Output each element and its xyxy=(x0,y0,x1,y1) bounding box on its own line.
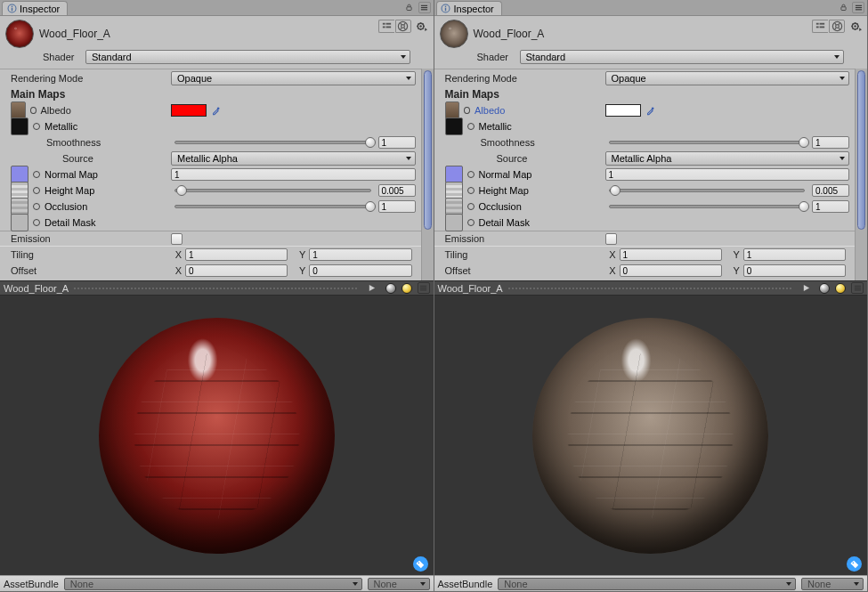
tiling-x-field[interactable]: 1 xyxy=(620,248,722,261)
tiling-x-field[interactable]: 1 xyxy=(185,248,288,261)
gear-icon[interactable] xyxy=(414,20,430,33)
source-dropdown[interactable]: Metallic Alpha xyxy=(171,151,416,166)
offset-x-field[interactable]: 0 xyxy=(620,264,722,277)
height-field[interactable]: 0.005 xyxy=(812,184,849,197)
height-slider[interactable] xyxy=(609,189,806,192)
material-thumbnail xyxy=(5,20,34,48)
help-button[interactable] xyxy=(829,20,845,33)
tiling-y-field[interactable]: 1 xyxy=(309,248,411,261)
normal-texture-slot[interactable] xyxy=(11,166,28,183)
smoothness-slider[interactable] xyxy=(174,141,371,144)
help-button[interactable] xyxy=(395,20,411,33)
rendering-mode-dropdown[interactable]: Opaque xyxy=(605,71,850,85)
emission-checkbox[interactable] xyxy=(171,233,183,245)
smoothness-field[interactable]: 1 xyxy=(378,136,416,149)
slider-knob[interactable] xyxy=(610,185,621,196)
slider-knob[interactable] xyxy=(799,201,809,212)
height-texture-slot[interactable] xyxy=(445,182,463,199)
slider-knob[interactable] xyxy=(365,137,376,148)
emission-ctrls xyxy=(171,233,419,245)
scrollbar-thumb[interactable] xyxy=(857,70,865,230)
detail-mask-texture-picker-icon[interactable] xyxy=(33,219,40,226)
smoothness-field[interactable]: 1 xyxy=(812,136,849,149)
normal-texture-picker-icon[interactable] xyxy=(33,171,40,178)
metallic-texture-slot[interactable] xyxy=(445,118,463,135)
occlusion-texture-picker-icon[interactable] xyxy=(33,203,40,210)
detail-mask-texture-picker-icon[interactable] xyxy=(467,219,475,226)
normal-field[interactable]: 1 xyxy=(605,168,850,181)
source-label: Source xyxy=(11,153,171,164)
material-header: Wood_Floor_A xyxy=(0,16,434,48)
metallic-texture-picker-icon[interactable] xyxy=(467,123,475,130)
metallic-texture-slot[interactable] xyxy=(11,118,28,135)
preset-button[interactable] xyxy=(812,20,828,33)
assetbundle-dropdown[interactable]: None xyxy=(64,578,362,590)
preset-button[interactable] xyxy=(378,20,394,33)
tab-inspector[interactable]: Inspector xyxy=(2,1,68,15)
height-texture-picker-icon[interactable] xyxy=(33,187,40,194)
shader-dropdown[interactable]: Standard xyxy=(85,50,410,64)
occlusion-texture-slot[interactable] xyxy=(445,198,463,215)
slider-knob[interactable] xyxy=(365,201,376,212)
eyedropper-icon[interactable] xyxy=(210,104,223,117)
height-texture-slot[interactable] xyxy=(11,182,28,199)
occlusion-texture-picker-icon[interactable] xyxy=(467,203,475,210)
lock-icon[interactable] xyxy=(403,2,416,13)
offset-x-field[interactable]: 0 xyxy=(185,264,288,277)
rendering-mode-dropdown[interactable]: Opaque xyxy=(171,71,416,85)
height-slider[interactable] xyxy=(174,189,371,192)
preview-shape-icon[interactable] xyxy=(819,283,830,294)
shader-dropdown[interactable]: Standard xyxy=(520,50,845,64)
tab-inspector[interactable]: Inspector xyxy=(436,1,502,15)
play-icon[interactable] xyxy=(364,282,380,295)
occlusion-slider[interactable] xyxy=(609,205,806,208)
albedo-color-swatch[interactable] xyxy=(171,104,207,117)
occlusion-field[interactable]: 1 xyxy=(812,200,849,213)
assetbundle-variant-dropdown[interactable]: None xyxy=(801,578,864,590)
preview-menu-icon[interactable] xyxy=(418,282,430,294)
occlusion-field[interactable]: 1 xyxy=(378,200,416,213)
preview-shape-icon[interactable] xyxy=(385,283,396,294)
lock-icon[interactable] xyxy=(837,2,849,13)
normal-field[interactable]: 1 xyxy=(171,168,416,181)
panel-menu-icon[interactable] xyxy=(852,2,864,13)
preview-stage[interactable] xyxy=(0,296,434,575)
gear-icon[interactable] xyxy=(848,20,864,33)
eyedropper-icon[interactable] xyxy=(645,104,657,117)
slider-knob[interactable] xyxy=(176,185,187,196)
normal-texture-picker-icon[interactable] xyxy=(467,171,475,178)
albedo-texture-picker-icon[interactable] xyxy=(30,107,37,114)
play-icon[interactable] xyxy=(798,282,814,295)
assetbundle-variant-dropdown[interactable]: None xyxy=(368,578,430,590)
offset-y-field[interactable]: 0 xyxy=(743,264,846,277)
scrollbar-thumb[interactable] xyxy=(424,70,432,230)
scrollbar[interactable] xyxy=(855,69,867,280)
panel-menu-icon[interactable] xyxy=(418,2,431,13)
assetbundle-dropdown[interactable]: None xyxy=(498,578,796,590)
occlusion-slider[interactable] xyxy=(174,205,371,208)
albedo-texture-slot[interactable] xyxy=(11,101,26,119)
occlusion-texture-slot[interactable] xyxy=(11,198,28,215)
tag-icon[interactable] xyxy=(413,556,428,572)
preview-light-icon[interactable] xyxy=(835,283,846,294)
preview-stage[interactable] xyxy=(434,296,868,575)
emission-checkbox[interactable] xyxy=(605,233,617,245)
slider-knob[interactable] xyxy=(799,137,809,148)
tag-icon[interactable] xyxy=(847,556,862,572)
detail-mask-texture-slot[interactable] xyxy=(11,214,28,231)
height-field[interactable]: 0.005 xyxy=(378,184,416,197)
tiling-y-field[interactable]: 1 xyxy=(743,248,846,261)
albedo-color-swatch[interactable] xyxy=(605,104,641,117)
preview-menu-icon[interactable] xyxy=(851,282,864,294)
metallic-texture-picker-icon[interactable] xyxy=(33,123,40,130)
scrollbar[interactable] xyxy=(421,69,434,280)
albedo-texture-picker-icon[interactable] xyxy=(464,107,470,114)
offset-y-field[interactable]: 0 xyxy=(309,264,411,277)
normal-texture-slot[interactable] xyxy=(445,166,463,183)
source-dropdown[interactable]: Metallic Alpha xyxy=(605,151,850,166)
preview-light-icon[interactable] xyxy=(402,283,412,294)
smoothness-slider[interactable] xyxy=(609,141,806,144)
albedo-texture-slot[interactable] xyxy=(445,101,460,119)
detail-mask-texture-slot[interactable] xyxy=(445,214,463,231)
height-texture-picker-icon[interactable] xyxy=(467,187,475,194)
